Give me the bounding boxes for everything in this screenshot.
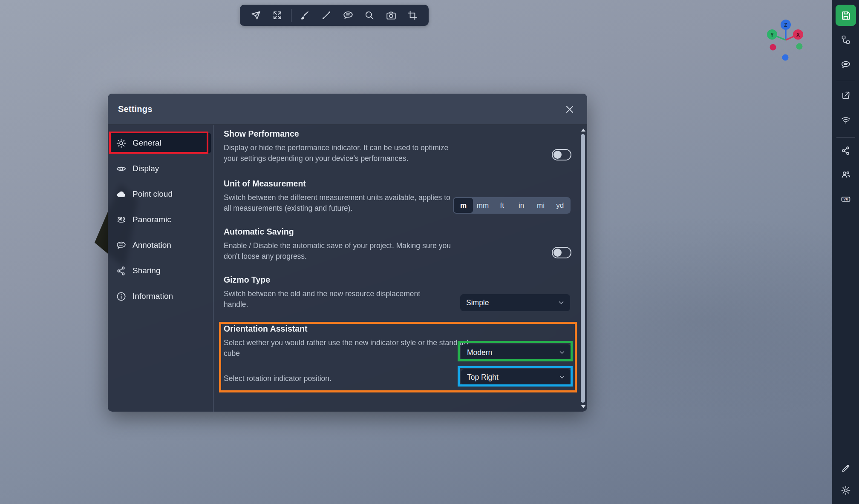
indicator-position-dropdown[interactable]: Top Right <box>461 369 571 385</box>
info-icon <box>116 291 127 302</box>
unit-segmented-control: m mm ft in mi yd <box>453 197 571 214</box>
fullscreen-button[interactable] <box>269 7 285 23</box>
section-title: Unit of Measurement <box>224 179 456 189</box>
unit-option-mm[interactable]: mm <box>473 198 492 213</box>
wifi-icon <box>841 115 851 125</box>
dropdown-value: Modern <box>467 348 558 357</box>
measure-line-icon <box>321 10 332 21</box>
nav-item-panoramic[interactable]: 360 Panoramic <box>110 210 211 229</box>
scroll-down-arrow[interactable] <box>581 405 585 408</box>
viewer-toolbar <box>240 5 429 26</box>
chevron-down-icon <box>557 299 565 306</box>
screenshot-button[interactable] <box>383 7 399 23</box>
settings-modal: Settings General Display <box>108 94 587 412</box>
settings-modal-header: Settings <box>108 94 587 125</box>
nav-item-information[interactable]: Information <box>110 286 211 306</box>
dropdown-value: Top Right <box>467 373 558 382</box>
camera-icon <box>386 10 397 21</box>
settings-nav: General Display Point cloud 360 <box>108 125 213 412</box>
nav-label: Display <box>133 164 159 173</box>
edit-button[interactable] <box>837 460 854 477</box>
comments-panel-button[interactable] <box>837 56 854 73</box>
search-tool-button[interactable] <box>361 7 378 23</box>
toggle-knob <box>553 249 562 257</box>
dropdown-value: Simple <box>466 298 557 307</box>
section-title: Automatic Saving <box>224 227 464 237</box>
vr-mode-button[interactable]: VR <box>837 191 854 208</box>
gizmo-x-negative[interactable] <box>770 44 776 51</box>
nav-label: General <box>133 138 161 148</box>
gizmo-y-label: Y <box>770 32 774 38</box>
gizmo-z-negative[interactable] <box>782 54 789 61</box>
gear-icon <box>116 138 127 149</box>
section-description: Enable / Disable the automatic save of y… <box>224 241 464 262</box>
external-link-button[interactable] <box>837 87 854 104</box>
navigate-button[interactable] <box>248 7 264 23</box>
toggle-knob <box>553 151 562 159</box>
share-icon <box>841 146 851 156</box>
crop-tool-button[interactable] <box>404 7 421 23</box>
gizmo-y-negative[interactable] <box>796 43 803 50</box>
search-icon <box>364 10 375 21</box>
network-status-button[interactable] <box>837 112 854 129</box>
gear-icon <box>841 485 851 495</box>
hierarchy-tree-icon <box>841 34 851 45</box>
modal-scrollbar <box>580 129 586 408</box>
section-title: Show Performance <box>224 129 464 139</box>
gizmo-type-dropdown[interactable]: Simple <box>460 294 570 311</box>
nav-label: Annotation <box>133 241 171 250</box>
save-floppy-icon <box>840 10 851 21</box>
vr-icon: VR <box>841 194 851 204</box>
share-button[interactable] <box>837 142 854 159</box>
section-show-performance: Show Performance Display or hide the per… <box>224 129 464 164</box>
nav-label: Information <box>133 292 173 301</box>
sidebar-divider <box>836 137 855 137</box>
close-button[interactable] <box>563 103 576 116</box>
nav-item-annotation[interactable]: Annotation <box>110 235 211 255</box>
settings-button[interactable] <box>837 482 854 499</box>
section-automatic-saving: Automatic Saving Enable / Disable the au… <box>224 227 464 262</box>
nav-item-point-cloud[interactable]: Point cloud <box>110 184 211 204</box>
section-description: Switch between the old and the new resou… <box>224 289 445 310</box>
section-unit-of-measurement: Unit of Measurement Switch between the d… <box>224 179 456 214</box>
annotation-bubble-icon <box>116 240 127 251</box>
section-title: Gizmo Type <box>224 275 445 285</box>
users-icon <box>841 169 851 180</box>
vr-icon-label: VR <box>844 198 848 201</box>
crop-icon <box>407 10 418 21</box>
nav-label: Sharing <box>133 266 161 275</box>
fullscreen-expand-icon <box>272 10 283 21</box>
close-icon <box>565 105 574 114</box>
orientation-gizmo[interactable]: Z Y X <box>762 9 811 65</box>
nav-item-display[interactable]: Display <box>110 159 211 178</box>
navigate-cursor-icon <box>251 10 262 21</box>
gizmo-z-label: Z <box>784 22 787 28</box>
collaborators-button[interactable] <box>837 166 854 183</box>
scrollbar-thumb[interactable] <box>581 134 585 403</box>
brush-tool-button[interactable] <box>297 7 313 23</box>
save-button[interactable] <box>836 5 856 26</box>
automatic-saving-toggle[interactable] <box>552 247 571 258</box>
360-panorama-icon: 360 <box>116 215 127 225</box>
section-title: Orientation Assistant <box>224 324 473 334</box>
nav-item-general[interactable]: General <box>110 133 211 153</box>
measure-tool-button[interactable] <box>318 7 334 23</box>
show-performance-toggle[interactable] <box>552 149 571 160</box>
chevron-down-icon <box>558 373 566 381</box>
indicator-style-dropdown[interactable]: Modern <box>461 344 571 361</box>
hierarchy-button[interactable] <box>837 31 854 48</box>
toolbar-divider <box>291 9 291 22</box>
unit-option-ft[interactable]: ft <box>493 198 512 213</box>
comment-tool-button[interactable] <box>340 7 356 23</box>
external-link-icon <box>841 90 851 100</box>
cloud-icon <box>116 189 127 200</box>
eye-icon <box>116 163 127 174</box>
brush-icon <box>299 10 310 21</box>
nav-item-sharing[interactable]: Sharing <box>110 261 211 281</box>
unit-option-mi[interactable]: mi <box>531 198 550 213</box>
unit-option-in[interactable]: in <box>512 198 531 213</box>
unit-option-m[interactable]: m <box>454 198 473 213</box>
chevron-down-icon <box>558 349 566 356</box>
unit-option-yd[interactable]: yd <box>551 198 570 213</box>
scroll-up-arrow[interactable] <box>581 129 585 132</box>
